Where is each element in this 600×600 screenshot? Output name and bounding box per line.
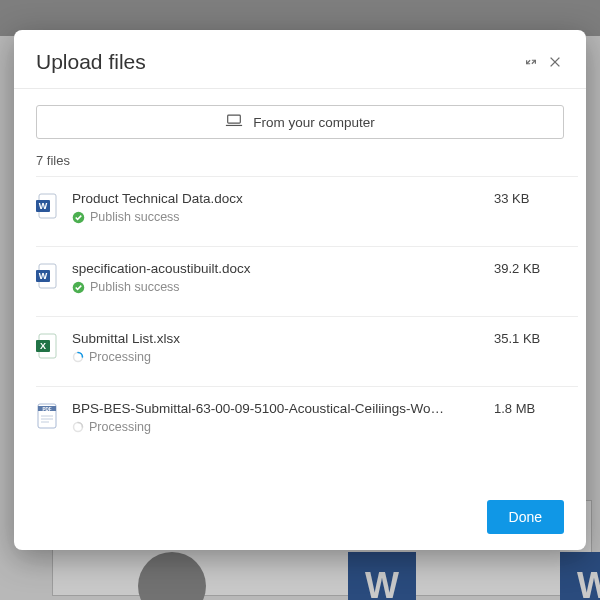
file-row: XSubmittal List.xlsxProcessing35.1 KB [36,316,578,386]
modal-footer: Done [14,486,586,550]
from-your-computer-label: From your computer [253,115,375,130]
pdf-file-icon: PDF [36,403,58,429]
file-row: PDFBPS-BES-Submittal-63-00-09-5100-Acous… [36,386,578,456]
laptop-icon [225,114,243,130]
modal-title: Upload files [36,50,516,74]
file-status: Publish success [72,210,480,224]
from-your-computer-button[interactable]: From your computer [36,105,564,139]
svg-text:X: X [40,341,46,351]
file-name: Product Technical Data.docx [72,191,480,206]
svg-rect-4 [228,115,241,123]
file-status-label: Publish success [90,210,180,224]
file-size: 1.8 MB [494,401,564,416]
files-list[interactable]: WProduct Technical Data.docxPublish succ… [14,176,578,486]
file-row: Wspecification-acoustibuilt.docxPublish … [36,246,578,316]
file-size: 39.2 KB [494,261,564,276]
file-status: Processing [72,350,480,364]
file-info: BPS-BES-Submittal-63-00-09-5100-Acoustic… [72,401,480,434]
file-info: Submittal List.xlsxProcessing [72,331,480,364]
file-info: Product Technical Data.docxPublish succe… [72,191,480,224]
svg-text:W: W [39,201,48,211]
file-status-label: Processing [89,420,151,434]
file-status: Processing [72,420,480,434]
svg-text:PDF: PDF [43,407,52,412]
file-info: specification-acoustibuilt.docxPublish s… [72,261,480,294]
file-count: 7 files [14,153,586,176]
file-name: Submittal List.xlsx [72,331,480,346]
file-status: Publish success [72,280,480,294]
done-button[interactable]: Done [487,500,564,534]
upload-files-modal: Upload files From your computer 7 file [14,30,586,550]
spinner-icon [72,421,84,433]
file-size: 35.1 KB [494,331,564,346]
file-row: WProduct Technical Data.docxPublish succ… [36,176,578,246]
file-status-label: Publish success [90,280,180,294]
svg-text:W: W [39,271,48,281]
docx-file-icon: W [36,193,58,219]
spinner-icon [72,351,84,363]
file-name: BPS-BES-Submittal-63-00-09-5100-Acoustic… [72,401,480,416]
file-status-label: Processing [89,350,151,364]
check-circle-icon [72,281,85,294]
minimize-icon[interactable] [522,53,540,71]
close-icon[interactable] [546,53,564,71]
check-circle-icon [72,211,85,224]
modal-header: Upload files [14,30,586,88]
docx-file-icon: W [36,263,58,289]
file-size: 33 KB [494,191,564,206]
xlsx-file-icon: X [36,333,58,359]
file-name: specification-acoustibuilt.docx [72,261,480,276]
